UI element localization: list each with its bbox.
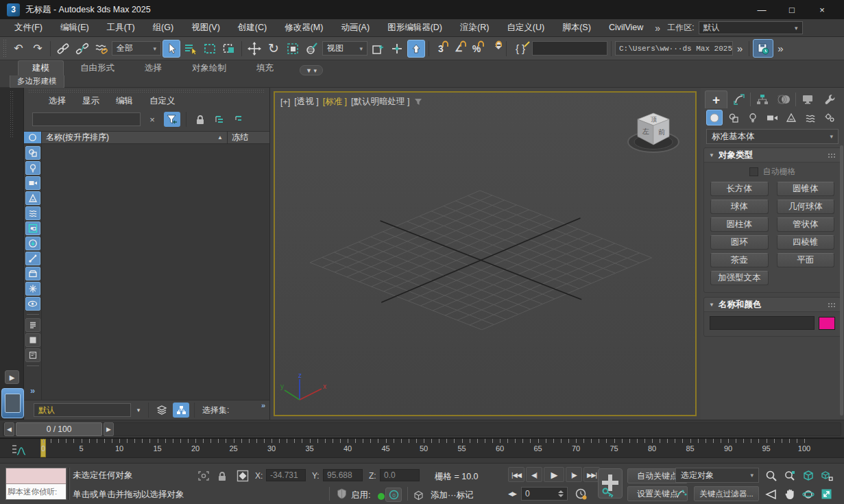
absolute-mode-toggle-icon[interactable] [236,469,250,483]
tab-motion[interactable] [773,91,795,108]
viewport-layout-tab[interactable] [1,388,24,418]
expand-panel-button[interactable]: ▶ [5,370,19,384]
menu-overflow-chevron[interactable]: » [655,23,660,34]
primitive-button-2[interactable]: 球体 [710,200,769,214]
select-and-rotate-button[interactable]: ↻ [265,40,282,58]
footer-overflow-chevron[interactable]: » [261,401,265,409]
primitive-button-0[interactable]: 长方体 [710,182,769,196]
select-and-scale-button[interactable] [284,40,302,58]
scene-object-list[interactable] [42,144,269,400]
time-slider-knob[interactable]: 0 / 100 [16,422,102,436]
primitive-button-6[interactable]: 圆环 [710,235,769,250]
tab-hierarchy[interactable] [751,91,773,108]
primitive-button-8[interactable]: 茶壶 [710,253,769,267]
use-pivot-point-center-button[interactable] [369,40,387,58]
cube-front-label[interactable]: 前 [658,128,665,136]
project-folder-dropdown[interactable]: C:\Users\ww···ds Max 2025 ▾ [615,41,733,56]
menu-item-2[interactable]: 工具(T) [98,19,144,36]
viewport-general-menu[interactable]: [+] [280,97,290,107]
filter-icon[interactable] [164,112,180,127]
expand-tree-icon[interactable] [212,112,228,127]
save-with-clock-icon[interactable] [753,39,773,58]
key-mode-toggle[interactable]: ◀▶ [505,487,519,501]
category-cameras[interactable] [764,110,780,125]
ribbon-tab-0[interactable]: 建模 [18,60,64,75]
maxscript-mini-listener[interactable]: 脚本迷你侦听: [5,468,67,500]
clear-search-icon[interactable]: × [144,112,160,127]
spinner-arrows-icon[interactable] [558,490,564,497]
display-groups-toggle[interactable] [25,221,40,235]
display-bones-toggle[interactable] [25,252,40,265]
percent-snap-toggle-button[interactable]: % [468,40,485,57]
menu-item-6[interactable]: 修改器(M) [276,19,332,36]
menu-item-12[interactable]: CivilView [600,19,652,36]
explorer-menu-2[interactable]: 编辑 [108,95,141,107]
track-bar-ruler[interactable]: 0510152025303540455055606570758085909510… [38,439,813,457]
menu-item-3[interactable]: 组(G) [144,19,183,36]
menu-item-1[interactable]: 编辑(E) [51,19,98,36]
command-panel-scrollbar[interactable] [840,145,843,416]
previous-key-button[interactable]: ◀| [526,467,542,482]
explorer-menu-3[interactable]: 自定义 [141,95,184,107]
window-crossing-toggle-button[interactable] [220,40,238,58]
frozen-column-header[interactable]: 冻结 [227,132,269,143]
time-tag-cube-icon[interactable] [411,488,425,502]
orbit-icon[interactable] [799,485,817,503]
select-by-name-button[interactable] [182,40,200,58]
zoom-icon[interactable] [762,467,780,484]
undo-button[interactable]: ↶ [10,40,27,58]
selection-lock-icon[interactable] [215,469,229,483]
perspective-viewport[interactable]: [+] [透视 ] [标准 ] [默认明暗处理 ] z x y [274,91,697,416]
zoom-all-icon[interactable] [781,467,798,484]
field-of-view-icon[interactable] [762,485,780,503]
search-input[interactable] [32,112,141,126]
viewport-shading-menu[interactable]: [默认明暗处理 ] [351,96,409,108]
category-helpers[interactable] [783,110,799,125]
rollout-grip[interactable] [828,302,836,307]
primitive-button-5[interactable]: 管状体 [777,217,835,232]
menu-item-9[interactable]: 渲染(R) [451,19,498,36]
snap-toggle-3d-button[interactable]: 3 [433,40,449,57]
unlink-button[interactable] [73,40,91,58]
workspace-dropdown[interactable]: 默认 ▾ [699,21,803,34]
mini-curve-editor-icon[interactable] [11,444,26,457]
time-slider-track[interactable] [3,422,841,436]
key-filters-button[interactable]: 关键点过滤器... [694,486,759,501]
x-coord-field[interactable]: -34.731 [266,469,306,481]
primitive-category-dropdown[interactable]: 标准基本体 ▾ [706,129,839,144]
minimize-button[interactable]: — [747,1,777,19]
strip-overflow-chevron[interactable]: » [30,385,35,396]
explorer-preset-dropdown[interactable]: 默认 [34,403,131,417]
time-configuration-icon[interactable] [575,488,588,501]
zoom-extents-all-icon[interactable] [818,467,835,484]
close-button[interactable]: × [807,1,837,19]
previous-frame-button[interactable]: ◀ [4,422,14,436]
category-shapes[interactable] [725,110,742,125]
toolbar-end-chevron[interactable]: » [775,43,786,54]
display-lights-toggle[interactable] [25,161,40,175]
current-frame-spinner[interactable]: 0 [521,487,568,501]
toolbar-drag-handle[interactable] [3,39,7,58]
ribbon-tab-3[interactable]: 对象绘制 [178,61,240,75]
spinner-snap-toggle-button[interactable] [486,40,503,57]
tab-create[interactable]: + [705,91,727,108]
explorer-menu-1[interactable]: 显示 [74,95,108,107]
add-time-tag-label[interactable]: 添加···标记 [431,490,474,501]
cube-left-label[interactable]: 左 [642,128,649,135]
list-view-button[interactable] [25,318,40,332]
ribbon-tab-4[interactable]: 填充 [243,61,287,75]
viewport-pov-menu[interactable]: [透视 ] [294,96,318,108]
next-frame-button[interactable]: ▶ [104,422,114,436]
lock-icon[interactable] [192,112,208,127]
default-tangent-icon[interactable] [676,487,690,501]
menu-item-8[interactable]: 图形编辑器(D) [378,19,451,36]
display-shapes-toggle[interactable] [25,146,40,160]
menu-item-7[interactable]: 动画(A) [332,19,378,36]
primitive-button-4[interactable]: 圆柱体 [710,217,769,232]
listener-macro-line[interactable] [6,468,66,484]
preset-dropdown-arrow[interactable]: ▾ [134,403,143,417]
rollout-grip[interactable] [828,153,836,158]
layers-icon[interactable] [154,403,170,418]
display-xrefs-toggle[interactable] [25,237,40,250]
primitive-button-7[interactable]: 四棱锥 [777,235,835,250]
